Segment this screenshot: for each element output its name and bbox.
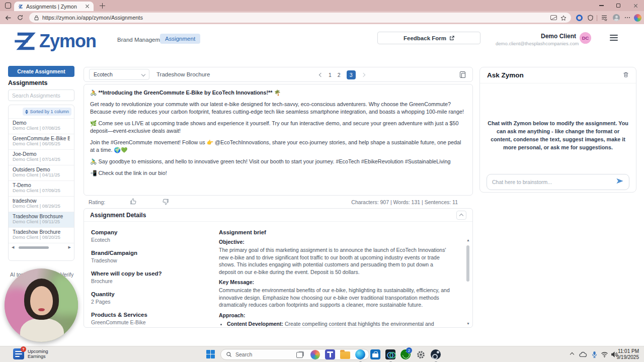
- list-item[interactable]: tradeshowDemo Client | 08/29/25: [9, 196, 74, 212]
- tab-close-icon[interactable]: [85, 4, 90, 9]
- field-where-used: Where will copy be used?Brochure: [91, 270, 207, 284]
- scrollbar-thumb[interactable]: [466, 245, 469, 282]
- horizontal-scrollbar[interactable]: ◀ ▶: [9, 243, 74, 251]
- user-avatar[interactable]: DC: [580, 32, 591, 44]
- menu-hamburger-icon[interactable]: [610, 35, 618, 41]
- collapse-button[interactable]: [456, 211, 466, 220]
- window-minimize-icon[interactable]: [593, 0, 610, 11]
- url-bar[interactable]: https://zymon.io/app/zymon/Assignments: [29, 13, 571, 23]
- list-item[interactable]: Joe-DemoDemo Client | 07/14/25: [9, 149, 74, 165]
- shield-extension-icon[interactable]: [586, 13, 595, 22]
- microphone-icon[interactable]: [590, 350, 599, 358]
- scroll-left-icon[interactable]: ◀: [12, 245, 14, 249]
- document-toolbar: Ecotech Tradeshow Brochure 1 2 3: [84, 67, 473, 82]
- page-2-button[interactable]: 2: [338, 72, 341, 78]
- new-tab-icon[interactable]: [100, 3, 105, 9]
- webcam-overlay: [5, 268, 78, 342]
- tab-title: Assignments | Zymon: [26, 4, 82, 10]
- ask-zymon-title: Ask Zymon: [487, 71, 524, 79]
- content-paragraph: 📲 Check out the link in our bio!: [90, 169, 466, 177]
- start-button-icon[interactable]: [206, 350, 215, 358]
- list-item[interactable]: Tradeshow BrochureDemo Client | 08/20/25: [9, 227, 74, 243]
- zymon-logo[interactable]: Zymon: [13, 29, 96, 53]
- dev-app-icon[interactable]: [384, 348, 396, 360]
- content-heading: 🚴 **Introducing the GreenCommute E-Bike …: [90, 89, 466, 97]
- chat-input[interactable]: [492, 179, 612, 185]
- sort-chip[interactable]: Sorted by 1 column: [23, 108, 71, 116]
- field-products-services: Products & ServicesGreenCommute E-Bike: [91, 312, 207, 325]
- app-page: Zymon Brand Management Assignment Feedba…: [0, 24, 644, 346]
- copilot-taskbar-icon[interactable]: [309, 348, 321, 360]
- copy-icon[interactable]: [460, 71, 465, 78]
- taskbar-clock[interactable]: 11:01 PM 9/19/2025: [617, 348, 639, 360]
- scroll-right-icon[interactable]: ▶: [68, 245, 71, 249]
- steam-icon[interactable]: [430, 348, 442, 360]
- browser-tab[interactable]: Assignments | Zymon: [14, 2, 94, 11]
- screen: Assignments | Zymon https://zymon.io/app…: [0, 0, 644, 362]
- objective-label: Objective:: [219, 239, 450, 245]
- window-close-icon[interactable]: [627, 0, 644, 11]
- nav-assignment[interactable]: Assignment: [160, 34, 200, 44]
- list-item[interactable]: GreenCommute E-Bike BlurbDemo Client | 0…: [9, 134, 74, 149]
- chevron-down-icon: [141, 72, 145, 76]
- task-view-icon[interactable]: [294, 348, 306, 360]
- xbox-icon[interactable]: 2: [399, 348, 412, 360]
- microsoft-store-icon[interactable]: [369, 348, 381, 360]
- zymon-favicon-icon: [18, 4, 23, 9]
- pagination: 1 2 3: [319, 67, 365, 82]
- sort-chip-label: Sorted by 1 column: [30, 109, 69, 114]
- thumbs-down-icon[interactable]: [162, 198, 169, 207]
- tray-chevron-icon[interactable]: [568, 350, 577, 358]
- trash-icon[interactable]: [623, 71, 629, 80]
- content-paragraph: Join the #GreenCommute movement! Follow …: [90, 139, 466, 154]
- browser-profile-avatar[interactable]: [612, 13, 621, 22]
- chat-input-wrap: [487, 174, 629, 190]
- scroll-down-icon[interactable]: ▼: [466, 322, 470, 325]
- send-icon[interactable]: [616, 177, 624, 187]
- collections-icon[interactable]: [600, 13, 609, 22]
- page-3-button-active[interactable]: 3: [347, 70, 356, 79]
- logo-text: Zymon: [39, 31, 96, 52]
- text-stats: Characters: 907 | Words: 131 | Sentences…: [351, 199, 458, 205]
- create-assignment-button[interactable]: Create Assignment: [8, 66, 74, 77]
- widgets-button[interactable]: ? Upcoming Earnings: [13, 348, 48, 359]
- list-item-selected[interactable]: Tradeshow BrochsureDemo Client | 09/11/2…: [9, 212, 74, 227]
- copilot-icon[interactable]: [633, 13, 642, 22]
- onedrive-cloud-icon[interactable]: [579, 350, 588, 358]
- company-select[interactable]: Ecotech: [89, 69, 149, 80]
- settings-gear-icon[interactable]: [415, 348, 427, 360]
- window-maximize-icon[interactable]: [610, 0, 627, 11]
- content-paragraph: Get ready to revolutionize your commute …: [90, 101, 466, 116]
- browser-menu-icon[interactable]: [623, 13, 632, 22]
- chat-intro-text: Chat with Zymon below to modify the assi…: [487, 119, 629, 151]
- list-item[interactable]: DemoDemo Client | 07/08/25: [9, 118, 74, 134]
- bookmark-star-icon[interactable]: [560, 15, 566, 21]
- user-block: Demo Client demo.client@thesplashcompani…: [496, 33, 576, 46]
- assignments-heading: Assignments: [8, 79, 48, 86]
- page-1-button[interactable]: 1: [329, 72, 332, 78]
- workspace-icon[interactable]: [5, 3, 11, 9]
- scrollbar-thumb[interactable]: [19, 246, 49, 249]
- teams-icon[interactable]: [324, 348, 336, 360]
- search-assignments-input[interactable]: [8, 89, 74, 101]
- next-page-icon[interactable]: [361, 73, 365, 77]
- extension-blue-icon[interactable]: [575, 13, 584, 22]
- document-content[interactable]: 🚴 **Introducing the GreenCommute E-Bike …: [84, 84, 473, 196]
- thumbs-up-icon[interactable]: [130, 198, 137, 207]
- picture-in-picture-icon[interactable]: [550, 15, 557, 20]
- list-item[interactable]: T-DemoDemo Client | 07/09/25: [9, 180, 74, 196]
- refresh-icon[interactable]: [16, 14, 24, 22]
- ask-zymon-header: Ask Zymon: [480, 67, 636, 83]
- wifi-icon[interactable]: [600, 350, 609, 358]
- search-icon: [226, 351, 232, 357]
- taskbar: ? Upcoming Earnings Search 2: [0, 346, 644, 362]
- file-explorer-icon[interactable]: [339, 348, 351, 360]
- vertical-scrollbar[interactable]: ▲ ▼: [465, 238, 470, 325]
- prev-page-icon[interactable]: [319, 73, 323, 77]
- feedback-form-button[interactable]: Feedback Form: [377, 32, 480, 44]
- back-icon[interactable]: [4, 14, 12, 22]
- edge-icon[interactable]: [354, 348, 366, 360]
- list-item[interactable]: Outsiders DemoDemo Client | 04/11/25: [9, 165, 74, 180]
- scroll-up-icon[interactable]: ▲: [466, 238, 470, 242]
- key-message-text: Communicate the environmental benefits o…: [219, 287, 450, 309]
